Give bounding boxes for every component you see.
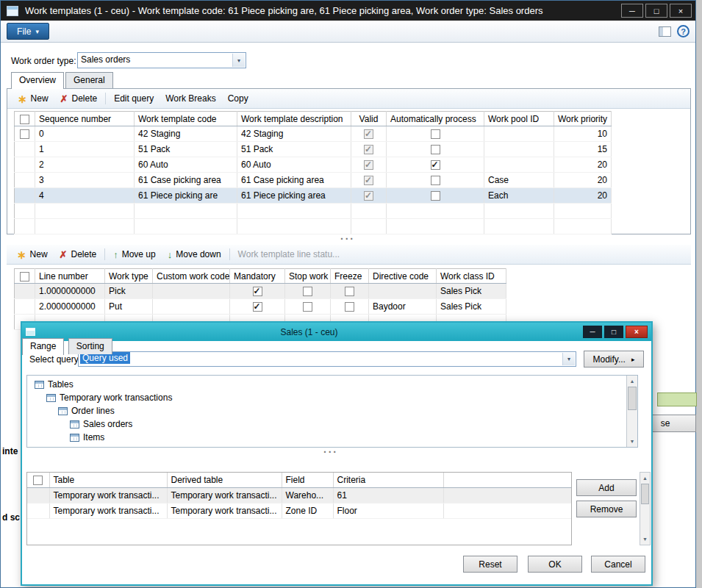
tree-item-order-lines[interactable]: Order lines	[27, 404, 626, 417]
grid1-header-row: Sequence number Work template code Work …	[15, 112, 612, 126]
range-row[interactable]: Temporary work transacti... Temporary wo…	[27, 503, 571, 518]
close-button[interactable]: ×	[670, 4, 692, 18]
range-scrollbar[interactable]: ▲ ▼	[640, 472, 651, 545]
column-header[interactable]: Work template code	[135, 112, 237, 126]
dialog-minimize-button[interactable]: ─	[583, 326, 602, 338]
grid1-row[interactable]: 2 60 Auto 60 Auto 20	[15, 157, 612, 173]
auto-process-checkbox[interactable]	[431, 160, 440, 170]
column-header[interactable]: Table	[49, 473, 167, 487]
ok-button[interactable]: OK	[528, 556, 582, 573]
tab-sorting[interactable]: Sorting	[68, 338, 112, 354]
column-header[interactable]: Valid	[351, 112, 387, 126]
delete-line-button[interactable]: ✗ Delete	[54, 247, 103, 262]
scroll-up-button[interactable]: ▲	[627, 376, 637, 387]
tab-overview[interactable]: Overview	[11, 72, 64, 89]
modify-button[interactable]: Modify... ▸	[584, 351, 644, 368]
stop-work-checkbox[interactable]	[303, 287, 312, 296]
column-header[interactable]: Work class ID	[437, 269, 506, 284]
minimize-button[interactable]: ─	[621, 4, 643, 18]
scroll-track[interactable]	[640, 484, 650, 534]
tree-item-tables[interactable]: Tables	[27, 378, 626, 391]
row-select-checkbox[interactable]	[20, 129, 29, 139]
move-up-button[interactable]: ↑ Move up	[107, 247, 162, 262]
scroll-track[interactable]	[627, 387, 637, 436]
new-line-button[interactable]: ∗ New	[11, 247, 54, 262]
column-header[interactable]: Work priority	[554, 112, 612, 126]
dialog-close-button[interactable]: ×	[626, 326, 648, 338]
tab-range[interactable]: Range	[22, 338, 64, 355]
range-header-row: Table Derived table Field Criteria	[27, 473, 571, 487]
remove-button[interactable]: Remove	[576, 501, 637, 517]
grid2-row[interactable]: 1.0000000000 Pick Sales Pick	[15, 284, 506, 299]
column-header[interactable]: Automatically process	[387, 112, 484, 126]
freeze-checkbox[interactable]	[345, 302, 354, 312]
grid2-row[interactable]: 2.0000000000 Put Baydoor Sales Pick	[15, 299, 506, 315]
tree-scrollbar[interactable]: ▲ ▼	[626, 376, 637, 447]
dialog-maximize-button[interactable]: □	[604, 326, 623, 338]
maximize-button[interactable]: □	[645, 4, 667, 18]
grid1-row-selected[interactable]: 4 61 Piece picking are 61 Piece picking …	[15, 188, 612, 204]
auto-process-checkbox[interactable]	[431, 145, 440, 154]
scroll-down-button[interactable]: ▼	[640, 534, 650, 545]
grid1-row[interactable]: 3 61 Case picking area 61 Case picking a…	[15, 173, 612, 188]
dialog-splitter[interactable]: ···	[323, 449, 338, 455]
column-header[interactable]: Field	[282, 473, 333, 487]
mandatory-checkbox[interactable]	[253, 302, 262, 312]
move-down-button[interactable]: ↓ Move down	[162, 247, 227, 262]
column-header[interactable]: Freeze	[331, 269, 369, 284]
scroll-thumb[interactable]	[641, 484, 649, 504]
column-header[interactable]: Line number	[35, 269, 105, 284]
scroll-up-button[interactable]: ▲	[640, 473, 650, 484]
range-row[interactable]: Temporary work transacti... Temporary wo…	[27, 487, 571, 503]
help-icon[interactable]: ?	[677, 25, 690, 37]
select-query-combobox[interactable]: Query used ▾	[78, 351, 576, 367]
select-all-checkbox[interactable]	[33, 476, 43, 485]
auto-process-checkbox[interactable]	[431, 191, 440, 201]
select-all-checkbox[interactable]	[20, 272, 29, 282]
column-header[interactable]: Work pool ID	[484, 112, 554, 126]
scroll-down-button[interactable]: ▼	[627, 436, 637, 447]
file-menu-button[interactable]: File ▾	[7, 23, 49, 40]
reset-button[interactable]: Reset	[463, 556, 517, 573]
column-header[interactable]: Custom work code	[153, 269, 230, 284]
column-header[interactable]: Mandatory	[230, 269, 285, 284]
new-button[interactable]: ∗ New	[12, 91, 54, 107]
layout-icon[interactable]	[659, 26, 671, 37]
column-header[interactable]: Sequence number	[35, 112, 135, 126]
combo-arrow-icon[interactable]: ▾	[562, 353, 575, 365]
select-all-cell[interactable]	[15, 112, 35, 126]
work-breaks-button[interactable]: Work Breaks	[160, 91, 221, 106]
column-header[interactable]: Derived table	[167, 473, 282, 487]
select-all-cell[interactable]	[27, 473, 49, 487]
grid1-row[interactable]: 0 42 Staging 42 Staging 10	[15, 126, 612, 142]
freeze-checkbox[interactable]	[345, 287, 354, 296]
toolbar-separator	[105, 93, 106, 104]
tree-item-temporary-work-transactions[interactable]: Temporary work transactions	[27, 391, 626, 404]
edit-query-button[interactable]: Edit query	[108, 91, 160, 106]
column-header[interactable]: Work template description	[237, 112, 351, 126]
dialog-title: Sales (1 - ceu)	[35, 327, 583, 337]
column-header[interactable]: Criteria	[333, 473, 443, 487]
delete-button[interactable]: ✗ Delete	[54, 91, 104, 106]
select-all-cell[interactable]	[15, 269, 35, 284]
dialog-tabs: Range Sorting	[22, 341, 651, 351]
scroll-thumb[interactable]	[628, 387, 637, 410]
tree-item-items[interactable]: Items	[27, 431, 626, 444]
horizontal-splitter[interactable]: ···	[340, 236, 355, 242]
work-order-type-select[interactable]: Sales orders ▾	[77, 52, 246, 68]
stop-work-checkbox[interactable]	[303, 302, 312, 312]
mandatory-checkbox[interactable]	[253, 287, 262, 296]
tree-item-sales-orders[interactable]: Sales orders	[27, 417, 626, 431]
column-header[interactable]: Work type	[105, 269, 153, 284]
select-all-checkbox[interactable]	[20, 115, 29, 124]
auto-process-checkbox[interactable]	[431, 129, 440, 139]
add-button[interactable]: Add	[576, 479, 637, 496]
tab-general[interactable]: General	[65, 72, 113, 88]
cancel-button[interactable]: Cancel	[591, 556, 645, 573]
grid1-row[interactable]: 1 51 Pack 51 Pack 15	[15, 142, 612, 157]
copy-button[interactable]: Copy	[222, 91, 254, 106]
column-header[interactable]: Stop work	[285, 269, 331, 284]
auto-process-checkbox[interactable]	[431, 176, 440, 185]
combo-arrow-icon[interactable]: ▾	[232, 54, 245, 67]
column-header[interactable]: Directive code	[369, 269, 437, 284]
